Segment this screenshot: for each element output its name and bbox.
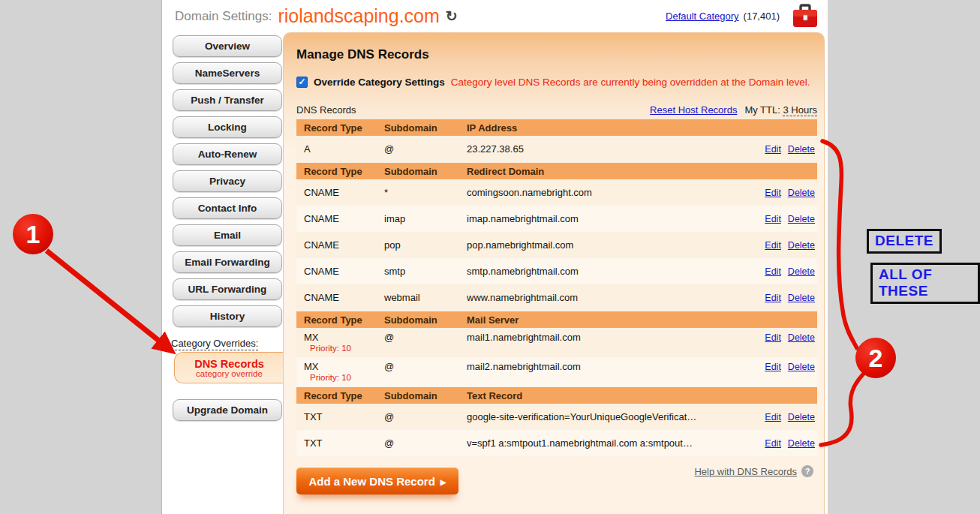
edit-link[interactable]: Edit — [765, 332, 781, 343]
edit-link[interactable]: Edit — [765, 293, 781, 303]
sidebar-item-email-forwarding[interactable]: Email Forwarding — [173, 251, 282, 273]
table-section-header: Record TypeSubdomainMail Server — [296, 311, 817, 328]
ttl-value[interactable]: 3 Hours — [783, 104, 817, 116]
edit-link[interactable]: Edit — [765, 266, 781, 277]
edit-link[interactable]: Edit — [765, 362, 781, 372]
column-header-subdomain: Subdomain — [384, 122, 467, 134]
record-priority: Priority: 10 — [304, 373, 384, 382]
record-type-cell: CNAME — [296, 239, 384, 251]
delete-link[interactable]: Delete — [788, 214, 815, 224]
column-header-record-type: Record Type — [296, 122, 384, 134]
record-value: pop.namebrightmail.com — [467, 239, 758, 251]
record-subdomain: pop — [384, 239, 467, 251]
column-header-value: Text Record — [467, 390, 817, 401]
reset-host-records-link[interactable]: Reset Host Records — [650, 104, 737, 116]
delete-link[interactable]: Delete — [788, 412, 815, 422]
edit-link[interactable]: Edit — [765, 438, 781, 449]
delete-link[interactable]: Delete — [788, 240, 815, 251]
delete-link[interactable]: Delete — [788, 438, 815, 449]
record-type: TXT — [304, 411, 384, 422]
table-row: CNAMEpoppop.namebrightmail.comEditDelete — [296, 232, 817, 258]
sidebar-item-upgrade-domain[interactable]: Upgrade Domain — [173, 399, 282, 421]
sidebar-item-privacy[interactable]: Privacy — [173, 170, 282, 192]
record-type-cell: MXPriority: 10 — [296, 361, 384, 382]
column-header-subdomain: Subdomain — [384, 314, 467, 326]
sidebar-item-history[interactable]: History — [173, 305, 282, 327]
sidebar-item-overview[interactable]: Overview — [173, 35, 282, 57]
record-type: CNAME — [304, 239, 384, 251]
column-header-record-type: Record Type — [296, 166, 384, 177]
dns-panel: Manage DNS Records ✓ Override Category S… — [283, 32, 825, 514]
category-overrides-label: Category Overrides: — [171, 338, 258, 350]
panel-title: Manage DNS Records — [296, 47, 429, 62]
record-subdomain: @ — [384, 143, 467, 155]
annotation-number-2: 2 — [869, 344, 883, 372]
delete-link[interactable]: Delete — [788, 188, 815, 198]
annotation-number-1: 1 — [26, 220, 41, 248]
record-value: imap.namebrightmail.com — [467, 213, 758, 224]
edit-link[interactable]: Edit — [765, 412, 781, 422]
record-subdomain: @ — [384, 437, 467, 449]
table-row: CNAMEsmtpsmtp.namebrightmail.comEditDele… — [296, 258, 817, 284]
column-header-value: Redirect Domain — [467, 166, 817, 177]
briefcase-icon[interactable] — [792, 4, 819, 29]
table-row: MXPriority: 10@mail2.namebrightmail.comE… — [296, 357, 817, 386]
row-actions: EditDelete — [758, 437, 817, 449]
table-section-header: Record TypeSubdomainText Record — [296, 387, 817, 404]
record-value: www.namebrightmail.com — [467, 292, 758, 303]
record-type: CNAME — [304, 213, 384, 224]
add-dns-record-button[interactable]: Add a New DNS Record ▶ — [296, 467, 458, 494]
row-actions: EditDelete — [758, 292, 817, 303]
sidebar-item-push-transfer[interactable]: Push / Transfer — [173, 89, 282, 111]
table-row: CNAME*comingsoon.namebright.comEditDelet… — [296, 179, 817, 206]
record-type: MX — [304, 361, 384, 372]
row-actions: EditDelete — [758, 332, 817, 343]
record-value: 23.227.38.65 — [467, 143, 758, 155]
delete-link[interactable]: Delete — [788, 332, 815, 343]
column-header-subdomain: Subdomain — [384, 166, 467, 177]
record-subdomain: @ — [384, 361, 467, 372]
delete-link[interactable]: Delete — [788, 362, 815, 372]
record-subdomain: @ — [384, 411, 467, 422]
table-section-header: Record TypeSubdomainIP Address — [296, 119, 817, 136]
default-category-link[interactable]: Default Category — [666, 11, 739, 22]
sidebar-item-nameservers[interactable]: NameServers — [173, 62, 282, 84]
help-with-dns-records-link[interactable]: Help with DNS Records — [694, 466, 797, 477]
table-row: TXT@google-site-verification=YourUniqueG… — [296, 404, 817, 430]
category-count: (17,401) — [744, 11, 780, 22]
record-subdomain: webmail — [384, 292, 467, 303]
record-type: CNAME — [304, 292, 384, 303]
dns-records-tab-subtitle: category override — [196, 369, 263, 378]
edit-link[interactable]: Edit — [765, 214, 781, 224]
sidebar-item-url-forwarding[interactable]: URL Forwarding — [173, 278, 282, 300]
override-category-checkbox[interactable]: ✓ — [296, 77, 308, 88]
row-actions: EditDelete — [758, 266, 817, 277]
record-type-cell: TXT — [296, 437, 384, 449]
header-right-cluster: Default Category (17,401) — [666, 0, 819, 32]
records-toolbar: DNS Records Reset Host Records My TTL: 3… — [296, 104, 817, 116]
record-type-cell: CNAME — [296, 266, 384, 277]
sidebar-item-auto-renew[interactable]: Auto-Renew — [173, 143, 282, 165]
sidebar-item-contact-info[interactable]: Contact Info — [173, 197, 282, 219]
delete-link[interactable]: Delete — [788, 266, 815, 277]
edit-link[interactable]: Edit — [765, 144, 781, 155]
delete-link[interactable]: Delete — [788, 293, 815, 303]
delete-link[interactable]: Delete — [788, 144, 815, 155]
table-row: TXT@v=spf1 a:smtpout1.namebrightmail.com… — [296, 430, 817, 456]
sidebar-item-locking[interactable]: Locking — [173, 116, 282, 138]
annotation-arrow-1 — [47, 251, 171, 350]
question-mark-icon[interactable]: ? — [801, 465, 813, 477]
domain-settings-page: Domain Settings: riolandscaping.com ↻ De… — [161, 0, 828, 514]
record-subdomain: * — [384, 187, 467, 198]
edit-link[interactable]: Edit — [765, 188, 781, 198]
dns-table: Record TypeSubdomainIP AddressA@23.227.3… — [296, 119, 817, 456]
override-settings-row: ✓ Override Category Settings Category le… — [296, 77, 810, 88]
sidebar-item-email[interactable]: Email — [173, 224, 282, 246]
column-header-record-type: Record Type — [296, 390, 384, 401]
refresh-icon[interactable]: ↻ — [446, 8, 458, 25]
edit-link[interactable]: Edit — [765, 240, 781, 251]
table-row: A@23.227.38.65EditDelete — [296, 136, 817, 162]
sidebar-item-dns-records[interactable]: DNS Records category override — [174, 352, 284, 383]
record-type-cell: CNAME — [296, 292, 384, 303]
column-header-record-type: Record Type — [296, 314, 384, 326]
